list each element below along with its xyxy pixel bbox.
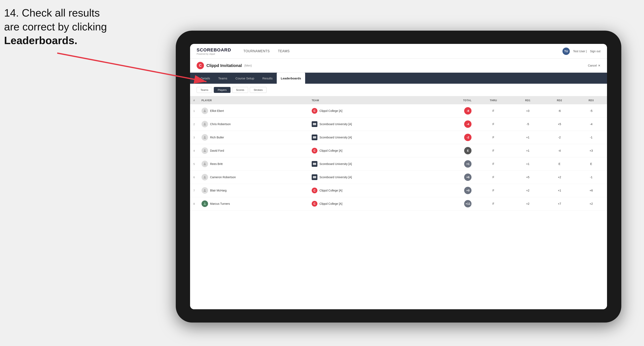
cell-team: Scoreboard University [A] [308, 118, 434, 131]
player-avatar [202, 187, 208, 194]
top-nav: SCOREBOARD Powered by clippd TOURNAMENTS… [190, 44, 607, 59]
filter-bar: Teams Players Scores Strokes [190, 84, 607, 96]
col-rank: # [190, 96, 198, 104]
cell-player: Chris Robertson [198, 118, 308, 131]
cell-player: Elliot Ebert [198, 104, 308, 118]
svg-rect-13 [313, 163, 316, 164]
cell-thru: F [475, 104, 512, 118]
instruction-line3: Leaderboards. [4, 34, 107, 48]
cell-rd1: +2 [512, 184, 544, 197]
table-row: 1Elliot EbertCClippd College [A]-8F+3-6-… [190, 104, 607, 118]
team-name: Scoreboard University [A] [320, 175, 352, 179]
svg-rect-17 [313, 176, 316, 177]
tab-results[interactable]: Results [258, 73, 277, 84]
col-player: PLAYER [198, 96, 308, 104]
cell-thru: F [475, 118, 512, 131]
score-badge: +11 [464, 200, 472, 207]
cell-rank: 1 [190, 104, 198, 118]
table-row: 7Blair McHargCClippd College [A]+9F+2+1+… [190, 184, 607, 197]
cell-player: Cameron Robertson [198, 171, 308, 184]
svg-point-11 [204, 150, 206, 151]
cell-rank: 6 [190, 171, 198, 184]
cell-rd3: -1 [575, 171, 607, 184]
team-name: Clippd College [A] [320, 189, 342, 192]
nav-right: TU Test User | Sign out [562, 48, 600, 55]
tablet-screen: SCOREBOARD Powered by clippd TOURNAMENTS… [190, 44, 607, 309]
table-body: 1Elliot EbertCClippd College [A]-8F+3-6-… [190, 104, 607, 210]
tab-leaderboards[interactable]: Leaderboards [277, 73, 305, 84]
tablet-frame: SCOREBOARD Powered by clippd TOURNAMENTS… [176, 31, 621, 323]
svg-rect-19 [313, 178, 316, 178]
player-name: Marcus Turners [210, 202, 230, 205]
cell-thru: F [475, 131, 512, 144]
cell-team: CClippd College [A] [308, 197, 434, 210]
tournament-logo: C [196, 62, 204, 69]
cell-rd3: -1 [575, 131, 607, 144]
tab-course-setup[interactable]: Course Setup [231, 73, 258, 84]
table-header-row: # PLAYER TEAM TOTAL THRU RD1 RD2 RD3 [190, 96, 607, 104]
svg-point-20 [204, 189, 206, 190]
leaderboard-table: # PLAYER TEAM TOTAL THRU RD1 RD2 RD3 1El… [190, 96, 607, 309]
team-logo [312, 161, 318, 167]
svg-rect-10 [313, 138, 316, 138]
cell-total: +11 [434, 197, 475, 210]
team-name: Clippd College [A] [320, 109, 342, 113]
cell-team: CClippd College [A] [308, 144, 434, 157]
table-row: 3Rich ButlerScoreboard University [A]-2F… [190, 131, 607, 144]
cell-thru: F [475, 171, 512, 184]
cell-team: Scoreboard University [A] [308, 171, 434, 184]
cell-rd3: +2 [575, 197, 607, 210]
svg-point-12 [204, 163, 206, 164]
nav-tournaments[interactable]: TOURNAMENTS [239, 44, 274, 59]
cell-rd2: +1 [544, 184, 575, 197]
team-name: Clippd College [A] [320, 202, 342, 205]
sign-out-link[interactable]: Sign out [590, 50, 600, 53]
team-logo: C [312, 187, 318, 193]
cell-total: -4 [434, 118, 475, 131]
player-avatar [202, 200, 208, 207]
team-logo: C [312, 148, 318, 154]
player-name: Rich Butler [210, 136, 224, 139]
tournament-title-area: C Clippd Invitational (Men) [196, 62, 252, 69]
player-name: Chris Robertson [210, 123, 231, 126]
player-name: Elliot Ebert [210, 109, 224, 113]
nav-teams[interactable]: TEAMS [274, 44, 294, 59]
filter-players[interactable]: Players [214, 87, 230, 93]
instruction-block: 14. Check all results are correct by cli… [4, 6, 107, 48]
team-logo: C [312, 108, 318, 114]
score-badge: -4 [464, 120, 472, 128]
filter-scores[interactable]: Scores [232, 87, 248, 93]
svg-rect-15 [313, 165, 316, 165]
tournament-gender: (Men) [244, 64, 252, 67]
team-logo [312, 135, 318, 140]
player-avatar [202, 108, 208, 114]
cell-thru: F [475, 184, 512, 197]
cell-total: -2 [434, 131, 475, 144]
logo-area: SCOREBOARD Powered by clippd [196, 47, 231, 55]
cell-rd2: -4 [544, 144, 575, 157]
table-row: 4David FordCClippd College [A]EF+1-4+3 [190, 144, 607, 157]
cell-total: +9 [434, 184, 475, 197]
tab-teams[interactable]: Teams [214, 73, 231, 84]
cell-rd1: -5 [512, 118, 544, 131]
filter-strokes[interactable]: Strokes [250, 87, 266, 93]
score-badge: -2 [464, 134, 472, 141]
instruction-line2: are correct by clicking [4, 20, 107, 34]
svg-rect-18 [313, 177, 316, 177]
tab-details[interactable]: Details [196, 73, 214, 84]
cell-thru: F [475, 197, 512, 210]
cancel-button[interactable]: Cancel ✕ [588, 64, 600, 67]
svg-rect-5 [313, 124, 316, 125]
filter-teams[interactable]: Teams [196, 87, 212, 93]
cell-rd3: +6 [575, 184, 607, 197]
team-name: Scoreboard University [A] [320, 123, 352, 126]
results-table: # PLAYER TEAM TOTAL THRU RD1 RD2 RD3 1El… [190, 96, 607, 210]
sub-header: C Clippd Invitational (Men) Cancel ✕ [190, 59, 607, 73]
nav-links: TOURNAMENTS TEAMS [239, 44, 562, 59]
cell-rd3: E [575, 157, 607, 171]
col-team: TEAM [308, 96, 434, 104]
cell-rd2: +2 [544, 171, 575, 184]
svg-rect-6 [313, 125, 316, 125]
player-name: Rees Britt [210, 162, 222, 166]
col-rd2: RD2 [544, 96, 575, 104]
